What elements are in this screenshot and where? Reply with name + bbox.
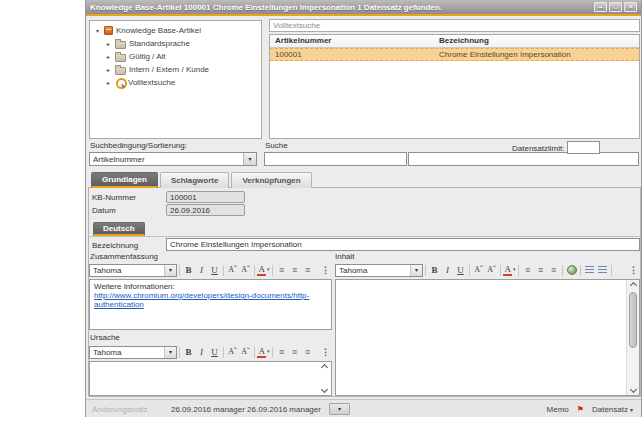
title-bar: Knowledge Base-Artikel 100001 Chrome Ein… bbox=[86, 0, 641, 16]
scroll-up-icon[interactable] bbox=[629, 282, 636, 289]
summary-editor-area[interactable]: Weitere Informationen: http://www.chromi… bbox=[89, 279, 332, 330]
toolbar-separator bbox=[611, 265, 612, 276]
align-left-button[interactable]: ≡ bbox=[275, 264, 288, 277]
tree-item-g-ltig-alt[interactable]: ▸Gültig / Alt bbox=[90, 50, 261, 63]
font-family-value: Tahoma bbox=[93, 266, 121, 275]
toolbar-overflow-button[interactable]: ⋮ bbox=[321, 265, 332, 275]
maximize-button[interactable]: □ bbox=[609, 2, 622, 12]
align-right-button[interactable]: ≡ bbox=[301, 264, 314, 277]
results-table-header: ArtikelnummerBezeichnung bbox=[270, 35, 639, 48]
scroll-up-icon[interactable] bbox=[321, 364, 328, 371]
tree-item-standardsprache[interactable]: ▸Standardsprache bbox=[90, 37, 261, 50]
column-header-bezeichnung[interactable]: Bezeichnung bbox=[434, 35, 639, 47]
font-family-select[interactable]: Tahoma▾ bbox=[89, 264, 177, 277]
tree-expanded-arrow-icon[interactable]: ▾ bbox=[94, 27, 101, 34]
content-editor-area[interactable] bbox=[335, 279, 640, 396]
detail-tabs: GrundlagenSchlagworteVerknüpfungen bbox=[91, 172, 312, 188]
status-bar: Änderungsnotiz 26.09.2016 manager 26.09.… bbox=[86, 399, 641, 417]
scroll-down-icon[interactable] bbox=[629, 386, 636, 393]
font-decrease-button[interactable]: Aˇ bbox=[239, 346, 252, 359]
chevron-down-icon[interactable]: ▾ bbox=[243, 153, 256, 165]
chevron-down-icon: ▾ bbox=[513, 264, 516, 276]
tree-item-volltextsuche[interactable]: ▸Volltextsuche bbox=[90, 76, 261, 89]
underline-button[interactable]: U bbox=[454, 264, 467, 277]
column-header-artikelnummer[interactable]: Artikelnummer bbox=[270, 35, 434, 47]
toolbar-overflow-button[interactable]: ⋮ bbox=[321, 347, 332, 357]
tree-item-intern-extern-kunde[interactable]: ▸Intern / Extern / Kunde bbox=[90, 63, 261, 76]
italic-button[interactable]: I bbox=[441, 264, 454, 277]
chevron-down-icon: ▾ bbox=[267, 264, 270, 276]
numbered-list-button[interactable] bbox=[583, 264, 596, 277]
chevron-down-icon[interactable]: ▾ bbox=[164, 265, 176, 276]
search-input-2[interactable] bbox=[408, 152, 639, 166]
status-dropdown-button[interactable]: ▾ bbox=[329, 403, 350, 415]
font-family-select[interactable]: Tahoma▾ bbox=[89, 346, 177, 359]
search-input-1[interactable] bbox=[264, 152, 407, 166]
summary-hyperlink[interactable]: http://www.chromium.org/developers/desig… bbox=[94, 291, 309, 309]
font-family-select[interactable]: Tahoma▾ bbox=[335, 264, 423, 277]
font-increase-button[interactable]: Aˆ bbox=[226, 346, 239, 359]
font-increase-button[interactable]: Aˆ bbox=[472, 264, 485, 277]
designation-input[interactable] bbox=[166, 238, 640, 251]
memo-button[interactable]: Memo bbox=[547, 405, 569, 414]
tree-collapsed-arrow-icon[interactable]: ▸ bbox=[105, 66, 112, 73]
font-decrease-button[interactable]: Aˇ bbox=[485, 264, 498, 277]
tab-verknüpfungen[interactable]: Verknüpfungen bbox=[231, 172, 311, 188]
italic-button[interactable]: I bbox=[195, 264, 208, 277]
record-limit-label: Datensatzlimit: bbox=[512, 144, 564, 153]
tree-item-root[interactable]: ▾Knowledge Base-Artikel bbox=[90, 24, 261, 37]
toolbar-overflow-button[interactable]: ⋮ bbox=[629, 265, 640, 275]
tree-item-label: Knowledge Base-Artikel bbox=[116, 26, 201, 35]
change-note-label: Änderungsnotiz bbox=[92, 405, 148, 414]
tree-collapsed-arrow-icon[interactable]: ▸ bbox=[105, 79, 112, 86]
tab-language-deutsch[interactable]: Deutsch bbox=[93, 222, 145, 236]
align-right-button[interactable]: ≡ bbox=[547, 264, 560, 277]
content-scrollbar[interactable] bbox=[626, 280, 639, 395]
bullet-list-button[interactable] bbox=[596, 264, 609, 277]
align-center-button[interactable]: ≡ bbox=[288, 264, 301, 277]
chevron-down-icon[interactable]: ▾ bbox=[410, 265, 422, 276]
bullet-list-icon bbox=[598, 266, 607, 274]
font-decrease-button[interactable]: Aˇ bbox=[239, 264, 252, 277]
record-limit-input[interactable] bbox=[567, 141, 600, 154]
search-condition-select[interactable]: Artikelnummer ▾ bbox=[89, 152, 257, 166]
scroll-down-icon[interactable] bbox=[321, 386, 328, 393]
cause-scrollbar[interactable] bbox=[318, 362, 331, 395]
bold-button[interactable]: B bbox=[428, 264, 441, 277]
cause-editor-area[interactable] bbox=[89, 361, 332, 396]
cause-editor-toolbar: Tahoma▾BIUAˆAˇA▾≡≡≡⋮ bbox=[89, 344, 332, 360]
align-center-button[interactable]: ≡ bbox=[288, 346, 301, 359]
font-color-button[interactable]: A▾ bbox=[257, 346, 270, 359]
align-right-button[interactable]: ≡ bbox=[301, 346, 314, 359]
align-center-button[interactable]: ≡ bbox=[534, 264, 547, 277]
font-color-button[interactable]: A▾ bbox=[257, 264, 270, 277]
font-color-button[interactable]: A▾ bbox=[503, 264, 516, 277]
cause-label: Ursache bbox=[90, 333, 120, 342]
minimize-button[interactable]: – bbox=[594, 2, 607, 12]
hyperlink-globe-button[interactable] bbox=[565, 264, 578, 277]
bold-button[interactable]: B bbox=[182, 264, 195, 277]
align-left-button[interactable]: ≡ bbox=[521, 264, 534, 277]
align-left-button[interactable]: ≡ bbox=[275, 346, 288, 359]
tab-grundlagen[interactable]: Grundlagen bbox=[91, 172, 158, 188]
tab-schlagworte[interactable]: Schlagworte bbox=[160, 172, 230, 188]
kb-number-field bbox=[166, 191, 245, 203]
table-row[interactable]: 100001Chrome Einstellungen Impersonation bbox=[270, 48, 639, 61]
tree-collapsed-arrow-icon[interactable]: ▸ bbox=[105, 40, 112, 47]
tree-collapsed-arrow-icon[interactable]: ▸ bbox=[105, 53, 112, 60]
font-increase-button[interactable]: Aˆ bbox=[226, 264, 239, 277]
scrollbar-thumb[interactable] bbox=[629, 292, 637, 348]
chevron-down-icon[interactable]: ▾ bbox=[164, 347, 176, 358]
chevron-down-icon: ▾ bbox=[630, 407, 633, 413]
underline-button[interactable]: U bbox=[208, 264, 221, 277]
close-button[interactable]: × bbox=[624, 2, 637, 12]
search-icon bbox=[115, 78, 125, 88]
italic-button[interactable]: I bbox=[195, 346, 208, 359]
record-menu-button[interactable]: Datensatz▾ bbox=[592, 405, 633, 414]
search-label: Suche bbox=[265, 141, 288, 150]
bold-button[interactable]: B bbox=[182, 346, 195, 359]
fulltext-search-context-field[interactable]: Volltextsuche bbox=[269, 19, 640, 32]
kb-number-label: KB-Nummer bbox=[92, 193, 136, 202]
toolbar-separator bbox=[518, 265, 519, 276]
underline-button[interactable]: U bbox=[208, 346, 221, 359]
